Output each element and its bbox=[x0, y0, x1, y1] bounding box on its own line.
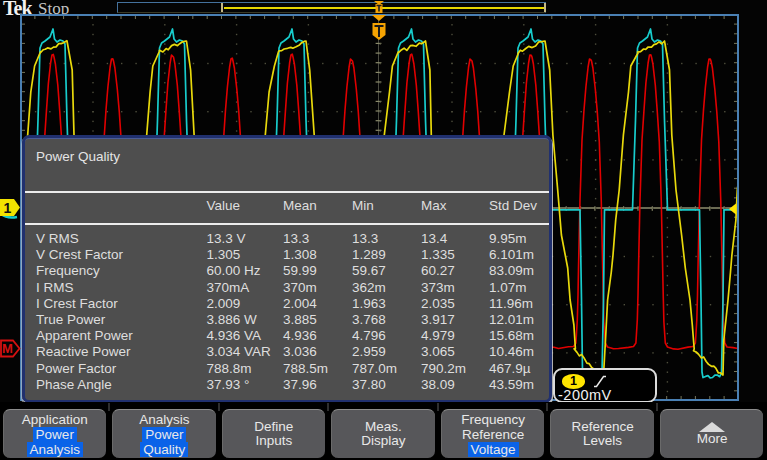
svg-text:1: 1 bbox=[4, 200, 12, 216]
svg-text:M: M bbox=[2, 341, 13, 356]
